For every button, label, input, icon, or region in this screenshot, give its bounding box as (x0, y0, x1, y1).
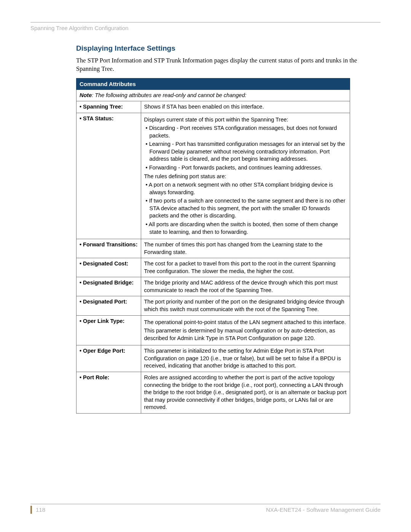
sta-rule-bullet: A port on a network segment with no othe… (144, 181, 347, 196)
table-header: Command Attributes (76, 78, 350, 89)
attr-desc-spanning-tree: Shows if STA has been enabled on this in… (141, 101, 350, 113)
attr-desc-oper-edge-port: This parameter is initialized to the set… (141, 345, 350, 372)
attr-label-designated-port: • Designated Port: (76, 296, 141, 315)
attr-label-designated-bridge: • Designated Bridge: (76, 277, 141, 296)
table-note: Note: The following attributes are read-… (76, 89, 350, 101)
footer-doc-title: NXA-ENET24 - Software Management Guide (266, 506, 381, 513)
attr-desc-oper-link-type: The operational point-to-point status of… (141, 315, 350, 345)
table-row: • Port Role: Roles are assigned accordin… (76, 372, 350, 413)
table-header-row: Command Attributes (76, 78, 350, 89)
attr-desc-designated-cost: The cost for a packet to travel from thi… (141, 258, 350, 277)
attr-desc-designated-port: The port priority and number of the port… (141, 296, 350, 315)
attr-label-designated-cost: • Designated Cost: (76, 258, 141, 277)
table-row: • Designated Port: The port priority and… (76, 296, 350, 315)
attr-label-spanning-tree: • Spanning Tree: (76, 101, 141, 113)
attr-label-sta-status: • STA Status: (76, 113, 141, 239)
table-row: • Spanning Tree: Shows if STA has been e… (76, 101, 350, 113)
oper-link-line: The operational point-to-point status of… (144, 319, 347, 326)
sta-intro: Displays current state of this port with… (144, 116, 347, 124)
table-row: • Oper Edge Port: This parameter is init… (76, 345, 350, 372)
page-number: 118 (30, 506, 45, 514)
sta-rule-bullet: All ports are discarding when the switch… (144, 221, 347, 236)
table-row: • Forward Transitions: The number of tim… (76, 239, 350, 258)
table-row: • STA Status: Displays current state of … (76, 113, 350, 239)
note-body: : The following attributes are read-only… (92, 92, 246, 98)
attr-desc-forward-transitions: The number of times this port has change… (141, 239, 350, 258)
sta-bullet: Learning - Port has transmitted configur… (144, 141, 347, 163)
attr-desc-port-role: Roles are assigned according to whether … (141, 372, 350, 413)
sta-bullet: Forwarding - Port forwards packets, and … (144, 164, 347, 172)
table-row: • Designated Bridge: The bridge priority… (76, 277, 350, 296)
table-row: • Designated Cost: The cost for a packet… (76, 258, 350, 277)
section-intro: The STP Port Information and STP Trunk I… (76, 56, 381, 73)
table-row: • Oper Link Type: The operational point-… (76, 315, 350, 345)
oper-link-line: This parameter is determined by manual c… (144, 327, 347, 342)
footer-rule (30, 504, 381, 504)
sta-rules-intro: The rules defining port status are: (144, 173, 347, 181)
attr-label-oper-edge-port: • Oper Edge Port: (76, 345, 141, 372)
section-title: Displaying Interface Settings (76, 44, 381, 53)
note-label: Note (80, 92, 92, 98)
attr-desc-sta-status: Displays current state of this port with… (141, 113, 350, 239)
attr-desc-designated-bridge: The bridge priority and MAC address of t… (141, 277, 350, 296)
attr-label-oper-link-type: • Oper Link Type: (76, 315, 141, 345)
command-attributes-table: Command Attributes Note: The following a… (76, 78, 350, 414)
attr-label-forward-transitions: • Forward Transitions: (76, 239, 141, 258)
running-head: Spanning Tree Algorithm Configuration (30, 25, 381, 31)
sta-rule-bullet: If two ports of a switch are connected t… (144, 197, 347, 220)
attr-label-port-role: • Port Role: (76, 372, 141, 413)
table-note-row: Note: The following attributes are read-… (76, 89, 350, 101)
page-footer: 118 NXA-ENET24 - Software Management Gui… (30, 504, 381, 514)
header-rule (30, 22, 381, 22)
sta-bullet: Discarding - Port receives STA configura… (144, 125, 347, 139)
